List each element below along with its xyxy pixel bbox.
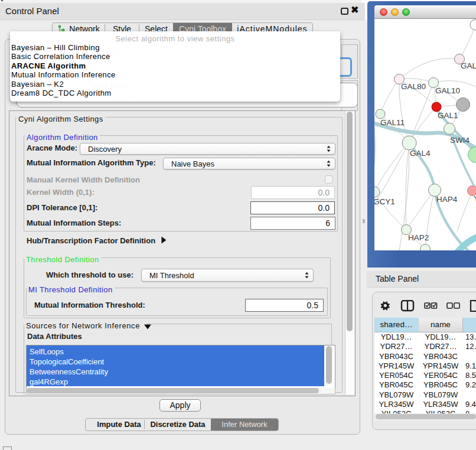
svg-text:HAP4: HAP4 [436, 195, 458, 204]
svg-text:SWI4: SWI4 [450, 136, 470, 145]
svg-text:GAL10: GAL10 [435, 86, 460, 95]
svg-text:GCY1: GCY1 [374, 197, 395, 206]
svg-text:HAP2: HAP2 [408, 233, 429, 242]
svg-text:GAL2: GAL2 [461, 61, 476, 70]
svg-text:GAL4: GAL4 [410, 149, 431, 158]
svg-text:GAL80: GAL80 [401, 82, 426, 91]
svg-text:GAL11: GAL11 [380, 118, 405, 127]
svg-text:GAL1: GAL1 [438, 111, 458, 120]
svg-text:Y: Y [474, 194, 476, 203]
